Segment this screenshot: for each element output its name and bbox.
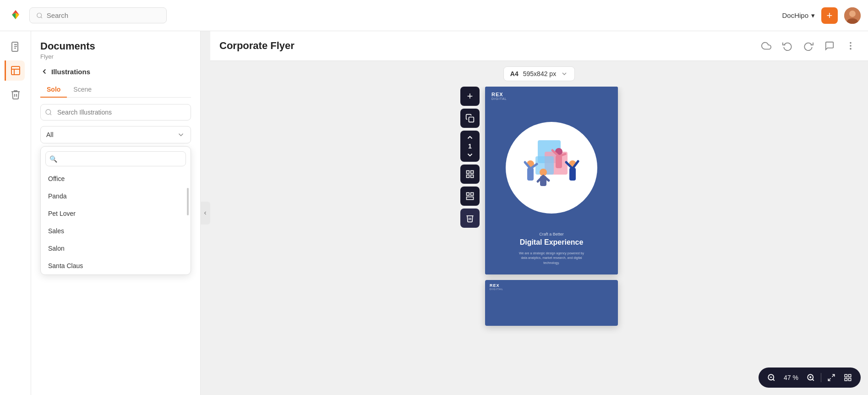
chevron-up-icon[interactable] bbox=[466, 133, 474, 142]
tab-solo[interactable]: Solo bbox=[40, 82, 67, 98]
content-area: Corporate Flyer bbox=[210, 31, 868, 395]
global-search-box[interactable] bbox=[29, 7, 167, 23]
svg-rect-18 bbox=[467, 197, 474, 200]
chevron-down-icon: ▾ bbox=[811, 11, 815, 20]
panel-header: Documents Flyer bbox=[31, 31, 200, 60]
svg-rect-15 bbox=[471, 175, 474, 178]
fullscreen-button[interactable] bbox=[825, 371, 838, 384]
svg-line-45 bbox=[828, 379, 830, 381]
search-input[interactable] bbox=[47, 11, 160, 19]
svg-rect-12 bbox=[467, 171, 469, 174]
chevron-down-icon[interactable] bbox=[466, 151, 474, 159]
panel-title: Documents bbox=[40, 40, 191, 52]
comment-icon[interactable] bbox=[821, 38, 838, 54]
canvas-pages: REX DIGITAL bbox=[485, 87, 618, 326]
navbar: DocHipo ▾ + bbox=[0, 0, 868, 31]
avatar[interactable] bbox=[844, 7, 861, 24]
brand-logo: REX DIGITAL bbox=[491, 92, 507, 100]
sidebar-item-illustrations[interactable] bbox=[5, 60, 25, 81]
grid-view-button[interactable] bbox=[460, 165, 480, 184]
main-layout: Documents Flyer Illustrations Solo Scene… bbox=[0, 31, 868, 395]
dropdown-scrollbar bbox=[187, 188, 189, 215]
document-title: Corporate Flyer bbox=[219, 40, 751, 52]
svg-point-1 bbox=[37, 13, 42, 17]
dropdown-item-pet-lover[interactable]: Pet Lover bbox=[41, 205, 191, 222]
header-actions bbox=[758, 38, 859, 54]
page1-top: REX DIGITAL bbox=[485, 87, 618, 209]
grid-toggle-button[interactable] bbox=[841, 371, 854, 384]
left-panel: Documents Flyer Illustrations Solo Scene… bbox=[31, 31, 201, 395]
page-navigator: 1 bbox=[460, 131, 480, 162]
canvas-with-controls: + 1 bbox=[460, 87, 618, 335]
svg-point-7 bbox=[46, 110, 51, 115]
page2-brand-sub: DIGITAL bbox=[490, 288, 503, 291]
add-page-button[interactable]: + bbox=[460, 87, 480, 106]
divider bbox=[821, 373, 821, 382]
page1-text: Craft a Better Digital Experience We are… bbox=[485, 209, 618, 275]
page1-tagline: Craft a Better bbox=[494, 232, 609, 236]
svg-line-44 bbox=[832, 374, 835, 377]
svg-rect-48 bbox=[845, 379, 847, 381]
canvas-page-2[interactable]: REX DIGITAL bbox=[485, 280, 618, 326]
zoom-out-button[interactable] bbox=[765, 371, 778, 384]
page1-desc: We are a strategic design agency powered… bbox=[494, 251, 609, 266]
undo-icon[interactable] bbox=[779, 38, 796, 54]
page-size-selector[interactable]: A4 595x842 px bbox=[503, 66, 575, 81]
dropdown-item-salon[interactable]: Salon bbox=[41, 240, 191, 257]
add-button[interactable]: + bbox=[821, 7, 838, 24]
chevron-down-icon bbox=[177, 131, 185, 139]
brand-name-text: REX bbox=[491, 92, 507, 97]
navbar-right: DocHipo ▾ + bbox=[782, 7, 861, 24]
dropdown-search-icon: 🔍 bbox=[49, 155, 57, 163]
svg-rect-11 bbox=[469, 117, 474, 122]
dropdown-search-input[interactable] bbox=[45, 151, 186, 166]
cloud-save-icon[interactable] bbox=[758, 38, 775, 54]
zoom-in-button[interactable] bbox=[804, 371, 817, 384]
copy-page-button[interactable] bbox=[460, 109, 480, 128]
panel-subtitle: Flyer bbox=[40, 53, 191, 60]
sidebar-item-document[interactable] bbox=[5, 37, 26, 57]
dropdown-item-office[interactable]: Office bbox=[41, 170, 191, 187]
search-icon bbox=[45, 109, 52, 116]
dropdown-search-wrap: 🔍 bbox=[45, 151, 186, 166]
delete-page-button[interactable] bbox=[460, 208, 480, 228]
svg-rect-13 bbox=[471, 171, 474, 174]
svg-rect-17 bbox=[471, 193, 474, 196]
brand-name: DocHipo bbox=[782, 11, 808, 19]
filter-dropdown[interactable]: All bbox=[40, 126, 191, 143]
illustrations-search-input[interactable] bbox=[40, 104, 191, 121]
canvas-toolbar: A4 595x842 px bbox=[210, 61, 868, 87]
page-size-value: 595x842 px bbox=[523, 70, 556, 77]
svg-rect-6 bbox=[11, 66, 20, 75]
canvas-page-1[interactable]: REX DIGITAL bbox=[485, 87, 618, 274]
canvas-area: A4 595x842 px + 1 bbox=[210, 61, 868, 395]
brand-sub-text: DIGITAL bbox=[491, 97, 507, 100]
tab-scene[interactable]: Scene bbox=[67, 82, 98, 98]
sidebar-item-trash[interactable] bbox=[5, 84, 26, 104]
brand-menu[interactable]: DocHipo ▾ bbox=[782, 11, 815, 20]
panel-back-button[interactable]: Illustrations bbox=[40, 67, 191, 76]
left-sidebar bbox=[0, 31, 31, 395]
zoom-value: 47 % bbox=[781, 374, 801, 381]
page1-title: Digital Experience bbox=[494, 238, 609, 247]
svg-rect-46 bbox=[845, 374, 847, 377]
redo-icon[interactable] bbox=[800, 38, 817, 54]
illustrations-search-wrap bbox=[40, 104, 191, 121]
more-options-icon[interactable] bbox=[842, 38, 859, 54]
svg-rect-16 bbox=[467, 193, 469, 196]
dropdown-item-santa-claus[interactable]: Santa Claus bbox=[41, 257, 191, 274]
layout-view-button[interactable] bbox=[460, 187, 480, 206]
app-logo[interactable] bbox=[7, 6, 24, 25]
panel-collapse-button[interactable] bbox=[200, 202, 210, 225]
dropdown-item-sales[interactable]: Sales bbox=[41, 222, 191, 240]
svg-rect-47 bbox=[849, 374, 851, 377]
dropdown-item-panda[interactable]: Panda bbox=[41, 187, 191, 205]
zoom-toolbar: 47 % bbox=[759, 368, 861, 388]
svg-rect-14 bbox=[467, 175, 469, 178]
search-icon bbox=[36, 12, 43, 19]
panel-back-label: Illustrations bbox=[51, 68, 90, 76]
svg-rect-49 bbox=[849, 379, 851, 381]
panel-tabs: Solo Scene bbox=[40, 82, 191, 98]
filter-selected: All bbox=[46, 131, 177, 138]
svg-point-10 bbox=[850, 49, 851, 49]
